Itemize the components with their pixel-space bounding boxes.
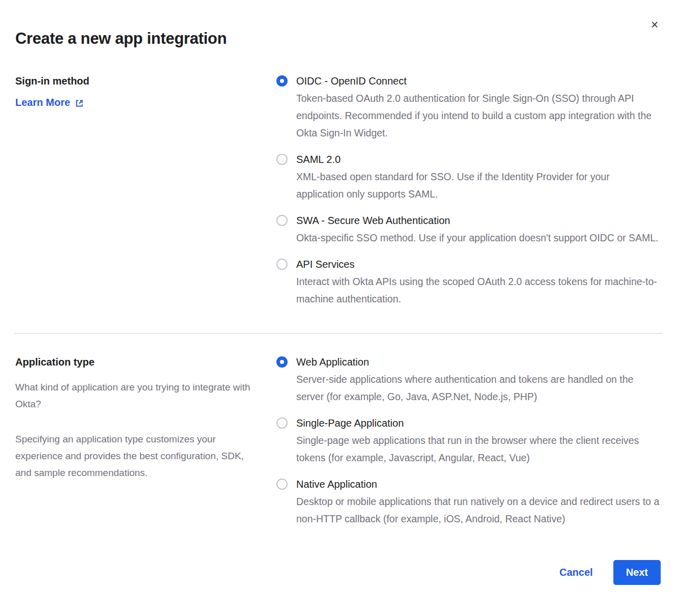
radio-icon-api-services[interactable] (276, 259, 288, 270)
radio-option-web-application[interactable]: Web Application Server-side applications… (276, 353, 663, 405)
option-desc-swa: Okta-specific SSO method. Use if your ap… (296, 229, 658, 246)
option-text: API Services Interact with Okta APIs usi… (296, 256, 660, 307)
option-desc-api-services: Interact with Okta APIs using the scoped… (296, 273, 660, 307)
signin-method-section: Sign-in method Learn More OIDC - OpenID … (15, 72, 663, 317)
option-label-swa: SWA - Secure Web Authentication (296, 212, 658, 229)
radio-option-saml[interactable]: SAML 2.0 XML-based open standard for SSO… (276, 151, 663, 203)
radio-icon-native-application[interactable] (276, 479, 288, 490)
option-desc-oidc: Token-based OAuth 2.0 authentication for… (296, 90, 660, 142)
option-desc-native-application: Desktop or mobile applications that run … (296, 493, 660, 527)
option-desc-saml: XML-based open standard for SSO. Use if … (296, 168, 660, 203)
option-label-native-application: Native Application (296, 475, 660, 493)
signin-method-options: OIDC - OpenID Connect Token-based OAuth … (276, 72, 663, 317)
option-text: SWA - Secure Web Authentication Okta-spe… (296, 212, 658, 246)
option-label-single-page-application: Single-Page Application (296, 414, 660, 432)
radio-icon-swa[interactable] (276, 215, 288, 226)
option-text: SAML 2.0 XML-based open standard for SSO… (296, 151, 660, 203)
section-divider (14, 333, 663, 334)
option-label-web-application: Web Application (296, 353, 660, 371)
option-label-api-services: API Services (296, 256, 660, 273)
dialog-footer: Cancel Next (15, 560, 663, 585)
application-type-question: What kind of application are you trying … (15, 379, 256, 412)
learn-more-link[interactable]: Learn More (15, 97, 84, 108)
radio-icon-single-page-application[interactable] (276, 417, 288, 429)
option-desc-web-application: Server-side applications where authentic… (296, 371, 660, 405)
external-link-icon (75, 99, 84, 108)
radio-option-native-application[interactable]: Native Application Desktop or mobile app… (276, 475, 663, 527)
application-type-left-col: Application type What kind of applicatio… (15, 353, 276, 481)
option-label-saml: SAML 2.0 (296, 151, 660, 168)
learn-more-label: Learn More (15, 97, 70, 108)
radio-option-swa[interactable]: SWA - Secure Web Authentication Okta-spe… (276, 212, 663, 246)
radio-icon-web-application[interactable] (276, 356, 288, 368)
application-type-options: Web Application Server-side applications… (276, 353, 663, 537)
option-desc-single-page-application: Single-page web applications that run in… (296, 432, 660, 466)
option-text: OIDC - OpenID Connect Token-based OAuth … (296, 72, 660, 142)
application-type-help-text: Specifying an application type customize… (15, 431, 256, 481)
radio-icon-saml[interactable] (276, 154, 288, 165)
radio-option-oidc[interactable]: OIDC - OpenID Connect Token-based OAuth … (276, 72, 663, 142)
application-type-label: Application type (15, 353, 256, 371)
option-text: Single-Page Application Single-page web … (296, 414, 660, 466)
radio-option-api-services[interactable]: API Services Interact with Okta APIs usi… (276, 256, 663, 307)
signin-method-label: Sign-in method (15, 72, 256, 90)
next-button[interactable]: Next (613, 560, 661, 585)
option-label-oidc: OIDC - OpenID Connect (296, 72, 660, 90)
application-type-section: Application type What kind of applicatio… (15, 353, 663, 537)
radio-icon-oidc[interactable] (276, 75, 288, 87)
option-text: Web Application Server-side applications… (296, 353, 660, 405)
signin-method-left-col: Sign-in method Learn More (15, 72, 276, 108)
close-icon[interactable]: × (647, 17, 662, 32)
radio-option-single-page-application[interactable]: Single-Page Application Single-page web … (276, 414, 663, 466)
create-app-integration-dialog: × Create a new app integration Sign-in m… (0, 0, 678, 616)
cancel-button[interactable]: Cancel (559, 567, 593, 578)
page-title: Create a new app integration (15, 29, 663, 49)
option-text: Native Application Desktop or mobile app… (296, 475, 660, 527)
